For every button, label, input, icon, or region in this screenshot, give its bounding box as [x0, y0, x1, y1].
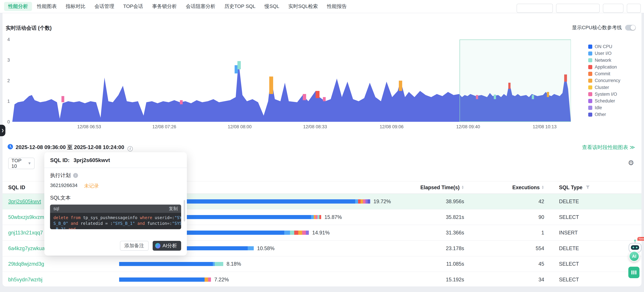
info-icon[interactable]: i	[128, 146, 133, 152]
filter-icon[interactable]	[586, 185, 590, 189]
time-range-row: 2025-12-08 09:36:00 至 2025-12-08 10:24:0…	[2, 142, 642, 152]
table-row[interactable]: 29tdq8wjzmd3g 8.18% 11.085s 45 SELECT	[2, 256, 642, 272]
y-tick: 3	[2, 58, 10, 63]
sql-code-block: sql 复制 delete from tp_sys_pushmessageinf…	[50, 205, 181, 229]
tab-session-management[interactable]: 会话管理	[90, 2, 118, 11]
copy-button[interactable]: 复制	[169, 206, 178, 212]
legend-swatch	[588, 113, 592, 117]
col-executions: Executions▲▼	[464, 185, 544, 190]
legend-label: ON CPU	[595, 44, 612, 49]
executions: 34	[464, 277, 544, 282]
sort-icons[interactable]: ▲▼	[542, 185, 544, 189]
time-range-text: 2025-12-08 09:36:00 至 2025-12-08 10:24:0…	[16, 144, 124, 150]
tab-metric-compare[interactable]: 指标对比	[62, 2, 90, 11]
clock-icon	[8, 144, 13, 151]
execution-plan-label: 执行计划 i	[50, 172, 181, 179]
legend-network[interactable]: Network	[588, 58, 620, 63]
view-period-chart-link[interactable]: 查看该时段性能图表 ≫	[582, 144, 635, 151]
x-axis: 12/08 06:53 12/08 07:26 12/08 08:00 12/0…	[12, 124, 571, 130]
x-tick: 12/08 09:40	[456, 124, 480, 129]
legend-system-io[interactable]: System I/O	[588, 92, 620, 97]
cpu-core-toggle-label: 显示CPU核心数参考线	[572, 24, 622, 31]
legend-idle[interactable]: Idle	[588, 105, 620, 110]
sql-id-link[interactable]: 3prj2s605kwvt	[8, 199, 41, 204]
plan-status-badge: 未记录	[84, 183, 99, 189]
elapsed-time: 23.178s	[398, 245, 464, 251]
dock-panel-button[interactable]	[628, 267, 640, 278]
sql-type: INSERT	[544, 230, 642, 236]
tab-performance-report[interactable]: 性能报告	[323, 2, 351, 11]
legend-on-cpu[interactable]: ON CPU	[588, 44, 620, 49]
info-icon[interactable]: i	[73, 173, 78, 178]
legend-application[interactable]: Application	[588, 65, 620, 69]
sql-text-label: SQL文本	[50, 194, 181, 201]
time-selection-region[interactable]	[460, 40, 571, 121]
ai-assistant-button[interactable]: AI	[629, 251, 640, 262]
sql-id-link[interactable]: 6a4kzg7yzwkua	[8, 245, 45, 251]
y-tick: 4	[2, 37, 10, 42]
left-panel-expander[interactable]: ❯	[0, 125, 6, 136]
sort-icons[interactable]: ▲▼	[461, 185, 464, 189]
legend-label: Other	[595, 112, 606, 117]
popup-sql-id: 3prj2s605kwvt	[74, 157, 110, 163]
sql-id-link[interactable]: bh5vydn7wzrbj	[8, 277, 42, 282]
header-control-1[interactable]	[516, 4, 553, 13]
elapsed-ratio-value: 7.22%	[214, 277, 229, 282]
elapsed-ratio-value: 8.18%	[226, 261, 241, 267]
sql-type: SELECT	[544, 261, 642, 267]
col-label: SQL Type	[559, 185, 582, 190]
legend-swatch	[588, 72, 592, 76]
add-note-button[interactable]: 添加备注	[120, 241, 148, 251]
x-tick: 12/08 06:53	[77, 124, 101, 129]
elapsed-time: 35.821s	[398, 214, 464, 220]
active-sessions-chart[interactable]: 4 3 2 1 0	[12, 40, 571, 122]
tab-lock-analysis[interactable]: 事务锁分析	[148, 2, 181, 11]
ai-gradient-icon	[155, 243, 160, 248]
header-control-3[interactable]	[603, 4, 624, 13]
link-label: 查看该时段性能图表	[582, 144, 628, 150]
sql-type: SELECT	[544, 214, 642, 220]
tab-history-top-sql[interactable]: 历史TOP SQL	[220, 2, 260, 11]
header-control-2[interactable]	[556, 4, 600, 13]
legend-commit[interactable]: Commit	[588, 72, 620, 76]
popup-title: SQL ID: 3prj2s605kwvt	[44, 152, 187, 168]
legend-scheduler[interactable]: Scheduler	[588, 99, 620, 103]
legend-user-io[interactable]: User I/O	[588, 51, 620, 56]
legend-swatch	[588, 45, 592, 49]
popup-scrollbar[interactable]	[184, 200, 185, 221]
popup-body: 执行计划 i 3621926634 未记录 SQL文本 sql 复制 delet…	[44, 168, 187, 234]
executions: 90	[464, 214, 544, 220]
tab-performance-chart[interactable]: 性能图表	[33, 2, 61, 11]
ai-analyze-button[interactable]: AI分析	[153, 241, 181, 251]
elapsed-time: 11.085s	[398, 261, 464, 267]
legend-concurrency[interactable]: Concurrency	[588, 78, 620, 83]
cpu-core-toggle-switch[interactable]	[625, 25, 636, 31]
col-label: Elapsed Time(s)	[420, 185, 460, 190]
tab-top-sessions[interactable]: TOP会话	[119, 2, 147, 11]
gear-icon[interactable]: ⚙	[628, 159, 634, 167]
legend-cluster[interactable]: Cluster	[588, 85, 620, 90]
chevron-down-icon: ▼	[28, 161, 31, 166]
table-row[interactable]: bh5vydn7wzrbj 7.22% 15.192s 34 SELECT	[2, 272, 642, 286]
tab-realtime-sql-search[interactable]: 实时SQL检索	[284, 2, 322, 11]
performance-analysis-page: 性能分析 性能图表 指标对比 会话管理 TOP会话 事务锁分析 会话阻塞分析 历…	[0, 0, 644, 292]
col-elapsed: Elapsed Time(s)▲▼	[398, 185, 464, 190]
col-sql-type: SQL Type	[544, 185, 642, 190]
sql-detail-popup: SQL ID: 3prj2s605kwvt 执行计划 i 3621926634 …	[44, 152, 187, 255]
plan-hash-value[interactable]: 3621926634	[50, 183, 78, 189]
tab-session-block-analysis[interactable]: 会话阻塞分析	[182, 2, 220, 11]
sql-id-link[interactable]: 50wbxzjs9kvzm	[8, 214, 44, 220]
executions: 554	[464, 245, 544, 251]
header-control-4[interactable]	[627, 4, 641, 13]
sql-id-link[interactable]: gnj113n21xqq7	[8, 230, 43, 235]
top-n-select[interactable]: TOP 10 ▼	[8, 158, 34, 169]
nav-tabs: 性能分析 性能图表 指标对比 会话管理 TOP会话 事务锁分析 会话阻塞分析 历…	[0, 2, 351, 11]
legend-label: Idle	[595, 105, 602, 110]
stacked-area-chart[interactable]	[12, 40, 571, 122]
tab-performance-analysis[interactable]: 性能分析	[4, 2, 32, 11]
chart-legend: ON CPU User I/O Network Application Comm…	[588, 44, 620, 117]
sql-id-link[interactable]: 29tdq8wjzmd3g	[8, 261, 44, 267]
tab-slow-sql[interactable]: 慢SQL	[260, 2, 284, 11]
legend-label: Application	[595, 65, 617, 69]
legend-other[interactable]: Other	[588, 112, 620, 117]
